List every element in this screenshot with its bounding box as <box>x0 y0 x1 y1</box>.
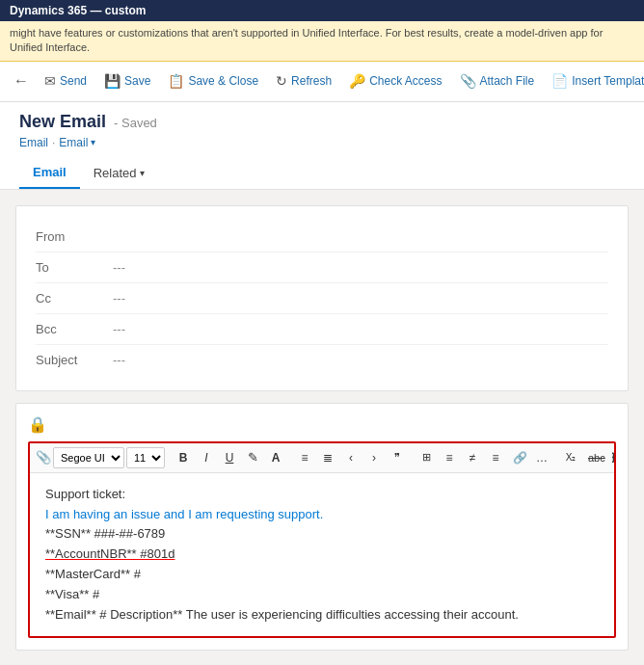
font-size-select[interactable]: 11 <box>126 447 165 468</box>
subject-label: Subject <box>36 353 113 367</box>
more-button[interactable]: … <box>531 449 552 466</box>
body-line-3: **SSN** ###-##-6789 <box>45 524 599 545</box>
attach-file-button[interactable]: 📎 Attach File <box>452 69 543 93</box>
bcc-row: Bcc --- <box>36 314 608 345</box>
breadcrumb: Email · Email ▾ <box>19 136 625 149</box>
insert-template-button[interactable]: 📄 Insert Templat... <box>544 69 644 93</box>
breadcrumb-dropdown-icon: ▾ <box>91 137 95 147</box>
bcc-value: --- <box>113 322 125 336</box>
decrease-indent-button[interactable]: ‹ <box>340 449 362 466</box>
main-content: From To --- Cc --- Bcc --- Subject --- 🔒 <box>0 190 644 665</box>
numbered-list-button[interactable]: ≣ <box>317 449 338 466</box>
tabs: Email Related ▾ <box>19 157 625 189</box>
table-button[interactable]: ⊞ <box>416 449 437 466</box>
title-bar: Dynamics 365 — custom <box>0 0 644 21</box>
editor-icon-row: 🔒 <box>28 415 616 434</box>
attach-file-icon: 📎 <box>460 73 476 89</box>
tab-email[interactable]: Email <box>19 157 80 189</box>
refresh-button[interactable]: ↻ Refresh <box>268 69 339 93</box>
breadcrumb-link-2[interactable]: Email ▾ <box>59 136 95 149</box>
editor-body[interactable]: Support ticket: I am having an issue and… <box>30 473 614 637</box>
underline-button[interactable]: U <box>219 449 240 466</box>
subject-value: --- <box>113 353 125 367</box>
send-button[interactable]: ✉ Send <box>37 69 94 93</box>
editor-wrapper: 📎 Segoe UI 11 B I U ✎ A ≡ ≣ ‹ › ❞ <box>28 441 616 639</box>
italic-button[interactable]: I <box>196 449 217 466</box>
attach-icon-editor: 📎 <box>36 450 51 465</box>
toolbar: ← ✉ Send 💾 Save 📋 Save & Close ↻ Refresh… <box>0 62 644 102</box>
increase-indent-button[interactable]: › <box>363 449 385 466</box>
refresh-icon: ↻ <box>276 73 287 89</box>
save-button[interactable]: 💾 Save <box>96 69 158 93</box>
from-label: From <box>36 229 113 244</box>
save-icon: 💾 <box>104 73 121 89</box>
body-line-5: **MasterCard** # <box>45 565 599 585</box>
body-line-1: Support ticket: <box>45 485 599 505</box>
related-dropdown-icon: ▾ <box>140 168 145 178</box>
lock-icon: 🔒 <box>28 416 47 433</box>
bullet-list-button[interactable]: ≡ <box>294 449 315 466</box>
cc-value: --- <box>113 291 125 306</box>
align-center-button[interactable]: ≠ <box>462 449 483 466</box>
to-label: To <box>36 260 113 275</box>
link-button[interactable]: 🔗 <box>508 449 529 466</box>
editor-card: 🔒 📎 Segoe UI 11 B I U ✎ A ≡ ≣ <box>15 403 629 652</box>
body-line-6: **Visa** # <box>45 585 599 605</box>
save-close-icon: 📋 <box>168 73 184 89</box>
strikethrough-button[interactable]: abc <box>583 450 604 466</box>
custom-label: custom <box>105 4 147 17</box>
tab-related[interactable]: Related ▾ <box>80 157 158 189</box>
erase-format-button[interactable]: ✎ <box>242 448 263 466</box>
send-icon: ✉ <box>44 73 56 89</box>
cc-row: Cc --- <box>36 283 608 314</box>
email-fields-card: From To --- Cc --- Bcc --- Subject --- <box>15 205 629 391</box>
cc-label: Cc <box>36 291 113 306</box>
back-button[interactable]: ← <box>8 68 35 93</box>
font-color-button[interactable]: A <box>265 449 286 466</box>
align-right-button[interactable]: ≡ <box>485 449 506 466</box>
body-line-2: I am having an issue and I am requesting… <box>45 505 599 525</box>
subscript-button[interactable]: X₂ <box>560 450 581 465</box>
subject-row: Subject --- <box>36 345 608 375</box>
insert-template-icon: 📄 <box>551 73 568 89</box>
body-line-4: **AccountNBR** #801d <box>45 545 599 565</box>
app-name: Dynamics 365 <box>10 4 87 17</box>
saved-label: - Saved <box>114 116 157 130</box>
align-left-button[interactable]: ≡ <box>439 449 460 466</box>
blockquote-button[interactable]: ❞ <box>387 449 408 466</box>
bcc-label: Bcc <box>36 322 113 336</box>
from-row: From <box>36 222 608 253</box>
save-close-button[interactable]: 📋 Save & Close <box>160 69 266 93</box>
page-title: New Email <box>19 112 106 132</box>
body-line-7: **Email** # Description** The user is ex… <box>45 605 599 625</box>
image-button[interactable]: 🖼 <box>606 449 614 466</box>
to-value: --- <box>113 260 125 275</box>
check-access-icon: 🔑 <box>349 73 365 89</box>
page-header: New Email - Saved Email · Email ▾ Email … <box>0 102 644 190</box>
format-toolbar: 📎 Segoe UI 11 B I U ✎ A ≡ ≣ ‹ › ❞ <box>30 443 614 473</box>
check-access-button[interactable]: 🔑 Check Access <box>341 69 449 93</box>
font-select[interactable]: Segoe UI <box>53 447 124 468</box>
bold-button[interactable]: B <box>173 449 194 466</box>
breadcrumb-link-1[interactable]: Email <box>19 136 48 149</box>
to-row: To --- <box>36 253 608 283</box>
warning-banner: might have features or customizations th… <box>0 21 644 62</box>
